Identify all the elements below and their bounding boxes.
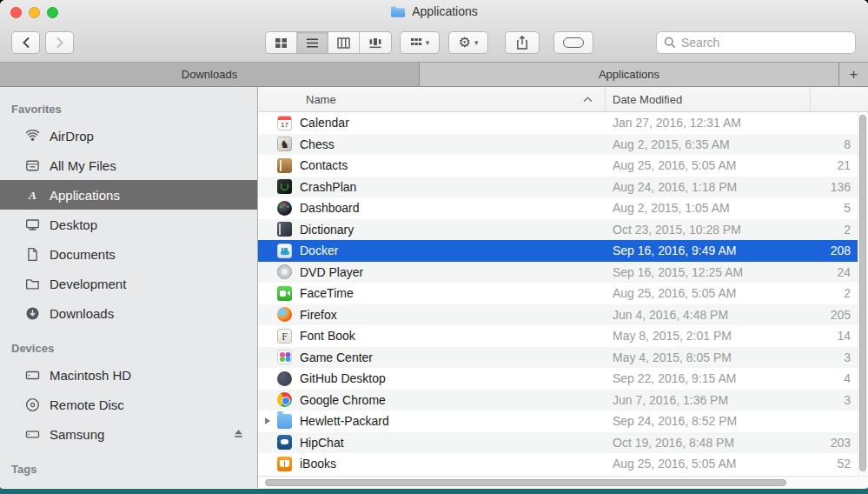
list-view-button[interactable] xyxy=(297,32,328,53)
airdrop-icon xyxy=(24,128,41,144)
file-name: Dictionary xyxy=(300,223,606,237)
tab-label: Downloads xyxy=(182,68,237,81)
list-row-firefox[interactable]: FirefoxJun 4, 2016, 4:48 PM205 xyxy=(258,304,868,326)
list-row-hipchat[interactable]: HipChatOct 19, 2016, 8:48 PM203 xyxy=(258,432,868,454)
file-date-modified: Sep 22, 2016, 9:15 AM xyxy=(606,371,811,385)
column-view-button[interactable] xyxy=(328,32,360,53)
file-name: FaceTime xyxy=(300,286,606,300)
titlebar[interactable]: Applications xyxy=(0,0,868,24)
file-name: GitHub Desktop xyxy=(300,371,606,385)
action-button[interactable]: ⚙ ▾ xyxy=(448,31,488,54)
column-label: Date Modified xyxy=(613,93,682,106)
fontbook-icon xyxy=(277,329,292,344)
tab-downloads[interactable]: Downloads xyxy=(0,63,420,86)
column-header-name[interactable]: Name xyxy=(258,87,606,111)
share-button[interactable] xyxy=(505,31,540,54)
file-name: HipChat xyxy=(300,436,606,450)
eject-icon[interactable] xyxy=(230,426,247,445)
github-icon xyxy=(277,371,292,386)
sidebar-item-remote-disc[interactable]: Remote Disc xyxy=(0,390,257,419)
chevron-down-icon: ▾ xyxy=(426,38,430,47)
file-date-modified: May 8, 2015, 2:01 PM xyxy=(606,329,811,343)
finder-window: Applications xyxy=(0,0,868,489)
disclosure-triangle[interactable] xyxy=(258,417,277,424)
file-name: CrashPlan xyxy=(300,180,606,194)
file-name: Docker xyxy=(300,244,606,257)
folder-icon xyxy=(277,414,292,429)
disclosure-triangle-icon xyxy=(265,417,270,424)
list-row-github-desktop[interactable]: GitHub DesktopSep 22, 2016, 9:15 AM4 xyxy=(258,368,868,390)
arrange-button[interactable]: ▾ xyxy=(400,31,440,54)
icon-view-button[interactable] xyxy=(266,32,297,53)
sidebar-item-label: Documents xyxy=(50,247,116,262)
hipchat-icon xyxy=(277,435,292,450)
sidebar-item-label: AirDrop xyxy=(50,129,94,144)
list-row-contacts[interactable]: ContactsAug 25, 2016, 5:05 AM21 xyxy=(258,155,868,177)
list-row-chess[interactable]: ChessAug 2, 2015, 6:35 AM8 xyxy=(258,134,868,156)
file-name: Dashboard xyxy=(300,201,606,215)
chevron-down-icon: ▾ xyxy=(474,38,479,47)
chevron-right-icon xyxy=(56,37,64,49)
sidebar-item-airdrop[interactable]: AirDrop xyxy=(0,121,257,150)
facetime-icon xyxy=(277,286,292,301)
folder-icon xyxy=(390,5,406,18)
list-row-crashplan[interactable]: CrashPlanAug 24, 2016, 1:18 PM136 xyxy=(258,177,868,198)
file-date-modified: Aug 25, 2016, 5:05 AM xyxy=(606,286,811,300)
list-row-ibooks[interactable]: iBooksAug 25, 2016, 5:05 AM52 xyxy=(258,453,868,475)
sidebar-item-label: Downloads xyxy=(50,306,114,321)
file-name: Google Chrome xyxy=(300,393,606,407)
sidebar-item-label: Development xyxy=(50,277,126,291)
vertical-scrollbar-thumb[interactable] xyxy=(859,115,866,471)
allmyfiles-icon xyxy=(24,157,41,174)
tab-applications[interactable]: Applications xyxy=(420,63,839,86)
list-row-font-book[interactable]: Font BookMay 8, 2015, 2:01 PM14 xyxy=(258,325,868,347)
column-header-date[interactable]: Date Modified xyxy=(606,87,811,111)
forward-button[interactable] xyxy=(45,31,74,54)
back-button[interactable] xyxy=(11,31,40,54)
crashplan-icon xyxy=(277,179,292,194)
horizontal-scrollbar[interactable] xyxy=(258,476,868,488)
sidebar-item-downloads[interactable]: Downloads xyxy=(0,298,257,328)
sidebar-item-macintosh-hd[interactable]: Macintosh HD xyxy=(0,360,257,390)
file-name: Firefox xyxy=(300,308,606,322)
search-input[interactable] xyxy=(681,36,848,50)
desktop-icon xyxy=(24,217,41,233)
folder-icon xyxy=(24,276,41,292)
sidebar-item-label: Samsung xyxy=(50,427,104,442)
new-tab-button[interactable]: + xyxy=(839,63,868,86)
file-date-modified: Aug 25, 2016, 5:05 AM xyxy=(606,158,811,172)
list-row-facetime[interactable]: FaceTimeAug 25, 2016, 5:05 AM2 xyxy=(258,283,868,304)
sidebar-item-documents[interactable]: Documents xyxy=(0,239,257,269)
file-date-modified: Oct 23, 2015, 10:28 PM xyxy=(606,223,811,237)
sidebar-item-label: All My Files xyxy=(50,158,116,173)
list-row-hewlett-packard[interactable]: Hewlett-PackardSep 24, 2016, 8:52 PM xyxy=(258,411,868,432)
extdrive-icon xyxy=(24,426,41,443)
arrange-icon xyxy=(410,37,422,48)
coverflow-view-icon xyxy=(368,37,382,49)
tab-bar: Downloads Applications + xyxy=(0,63,868,87)
sidebar-item-desktop[interactable]: Desktop xyxy=(0,210,257,239)
list-row-dictionary[interactable]: DictionaryOct 23, 2015, 10:28 PM2 xyxy=(258,219,868,241)
list-row-game-center[interactable]: Game CenterMay 4, 2015, 8:05 PM3 xyxy=(258,347,868,369)
list-row-dvd-player[interactable]: DVD PlayerSep 16, 2015, 12:25 AM24 xyxy=(258,262,868,284)
list-row-docker[interactable]: DockerSep 16, 2016, 9:49 AM208 xyxy=(258,240,868,262)
sidebar-item-applications[interactable]: AApplications xyxy=(0,180,257,210)
tags-button[interactable] xyxy=(553,31,593,54)
file-name: DVD Player xyxy=(300,265,606,279)
tab-label: Applications xyxy=(599,68,659,81)
search-field[interactable] xyxy=(656,31,856,54)
coverflow-view-button[interactable] xyxy=(360,32,391,53)
share-icon xyxy=(516,36,528,50)
list-row-calendar[interactable]: CalendarJan 27, 2016, 12:31 AM xyxy=(258,112,868,134)
list-row-dashboard[interactable]: DashboardAug 2, 2015, 1:05 AM5 xyxy=(258,197,868,219)
sidebar-item-all-my-files[interactable]: All My Files xyxy=(0,150,257,180)
horizontal-scrollbar-thumb[interactable] xyxy=(265,479,786,486)
list-row-google-chrome[interactable]: Google ChromeJun 7, 2016, 1:36 PM3 xyxy=(258,390,868,411)
file-date-modified: Aug 24, 2016, 1:18 PM xyxy=(606,180,811,194)
vertical-scrollbar[interactable] xyxy=(858,112,868,476)
column-label: Name xyxy=(306,93,336,106)
sidebar-item-development[interactable]: Development xyxy=(0,269,257,298)
column-header-size[interactable] xyxy=(811,87,868,111)
disc-icon xyxy=(24,397,41,413)
sidebar-item-samsung[interactable]: Samsung xyxy=(0,419,257,449)
